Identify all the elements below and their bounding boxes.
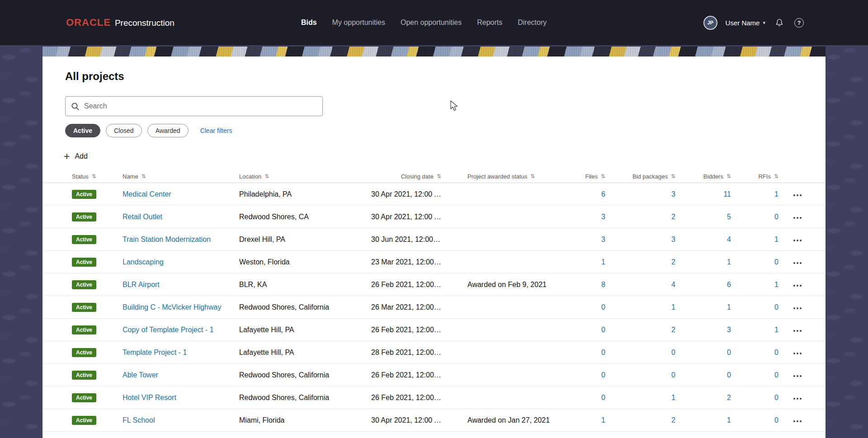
project-name-link[interactable]: Template Project - 1 [123,349,187,356]
row-actions-button[interactable] [791,214,804,221]
files-link[interactable]: 8 [601,281,605,288]
filter-chip-awarded[interactable]: Awarded [147,124,189,137]
files-link[interactable]: 0 [601,371,605,379]
bid-packages-link[interactable]: 2 [671,326,675,334]
bid-packages-link[interactable]: 1 [671,394,675,401]
filter-chip-active[interactable]: Active [65,124,100,137]
bidders-link[interactable]: 1 [727,416,731,424]
bid-packages-link[interactable]: 4 [671,281,675,288]
nav-my-opportunities[interactable]: My opportunities [332,19,385,27]
rfis-link[interactable]: 1 [774,326,778,334]
rfis-link[interactable]: 0 [774,416,778,424]
bid-packages-link[interactable]: 1 [671,303,675,311]
files-link[interactable]: 0 [601,394,605,401]
bid-packages-link[interactable]: 2 [671,213,675,221]
column-header-location[interactable]: Location⇅ [239,173,371,180]
files-link[interactable]: 0 [601,326,605,334]
rfis-link[interactable]: 1 [774,190,778,198]
project-name-link[interactable]: Building C - McVicker Highway [123,303,221,311]
rfis-link[interactable]: 0 [774,371,778,379]
row-actions-button[interactable] [791,350,804,357]
sort-icon[interactable]: ⇅ [437,173,441,179]
row-actions-button[interactable] [791,259,804,267]
rfis-link[interactable]: 0 [774,258,778,266]
project-name-link[interactable]: Hotel VIP Resort [123,394,176,401]
column-header-project-awarded-status[interactable]: Project awarded status⇅ [467,173,571,180]
bid-packages-link[interactable]: 2 [671,258,675,266]
files-link[interactable]: 0 [601,349,605,356]
sort-icon[interactable]: ⇅ [774,173,778,179]
bid-packages-link[interactable]: 0 [671,371,675,379]
add-button[interactable]: + Add [64,152,88,161]
files-link[interactable]: 1 [601,258,605,266]
bidders-link[interactable]: 2 [727,394,731,401]
row-actions-button[interactable] [791,418,804,425]
column-header-files[interactable]: Files⇅ [571,173,605,180]
notifications-button[interactable] [774,17,785,28]
project-name-link[interactable]: BLR Airport [123,281,160,288]
nav-open-opportunities[interactable]: Open opportunities [401,19,462,27]
rfis-link[interactable]: 1 [774,235,778,243]
project-name-link[interactable]: Medical Center [123,190,171,198]
bid-packages-link[interactable]: 0 [671,349,675,356]
rfis-link[interactable]: 0 [774,303,778,311]
column-header-status[interactable]: Status⇅ [72,173,123,180]
bidders-link[interactable]: 4 [727,235,731,243]
column-header-bidders[interactable]: Bidders⇅ [675,173,731,180]
project-name-link[interactable]: FL School [123,416,155,424]
row-actions-button[interactable] [791,237,804,244]
projects-table: Status⇅Name⇅Location⇅Closing date⇅Projec… [42,170,826,432]
bid-packages-link[interactable]: 3 [671,190,675,198]
sort-icon[interactable]: ⇅ [671,173,675,179]
row-actions-button[interactable] [791,192,804,199]
sort-icon[interactable]: ⇅ [142,173,146,179]
row-actions-button[interactable] [791,395,804,402]
bidders-link[interactable]: 6 [727,281,731,288]
sort-icon[interactable]: ⇅ [92,173,96,179]
bidders-link[interactable]: 0 [727,349,731,356]
files-link[interactable]: 6 [601,190,605,198]
row-actions-button[interactable] [791,305,804,312]
bidders-link[interactable]: 0 [727,371,731,379]
sort-icon[interactable]: ⇅ [530,173,535,179]
filter-chip-closed[interactable]: Closed [106,124,142,137]
project-name-link[interactable]: Retail Outlet [123,213,162,221]
bid-packages-link[interactable]: 3 [671,235,675,243]
bidders-link[interactable]: 1 [727,258,731,266]
project-name-link[interactable]: Able Tower [123,371,158,379]
bidders-link[interactable]: 11 [723,190,731,198]
nav-reports[interactable]: Reports [477,19,502,27]
files-link[interactable]: 3 [601,213,605,221]
rfis-link[interactable]: 0 [774,394,778,401]
column-header-name[interactable]: Name⇅ [123,173,239,180]
sort-icon[interactable]: ⇅ [601,173,605,179]
project-name-link[interactable]: Train Station Modernization [123,235,211,243]
row-actions-button[interactable] [791,372,804,380]
search-input[interactable] [84,102,317,110]
sort-icon[interactable]: ⇅ [264,173,269,179]
help-button[interactable]: ? [793,17,805,28]
project-name-link[interactable]: Copy of Template Project - 1 [123,326,214,334]
nav-directory[interactable]: Directory [518,19,547,27]
rfis-link[interactable]: 0 [774,349,778,356]
row-actions-button[interactable] [791,327,804,334]
nav-bids[interactable]: Bids [301,19,317,27]
rfis-link[interactable]: 0 [774,213,778,221]
column-header-rfis[interactable]: RFIs⇅ [731,173,778,180]
clear-filters-link[interactable]: Clear filters [200,127,232,134]
files-link[interactable]: 3 [601,235,605,243]
bid-packages-link[interactable]: 2 [671,416,675,424]
row-actions-button[interactable] [791,282,804,289]
files-link[interactable]: 0 [601,303,605,311]
user-menu[interactable]: User Name ▾ [726,19,765,27]
column-header-bid-packages[interactable]: Bid packages⇅ [605,173,675,180]
bidders-link[interactable]: 5 [727,213,731,221]
column-header-closing-date[interactable]: Closing date⇅ [371,173,441,180]
files-link[interactable]: 1 [601,416,605,424]
sort-icon[interactable]: ⇅ [726,173,731,179]
bidders-link[interactable]: 1 [727,303,731,311]
rfis-link[interactable]: 1 [774,281,778,288]
avatar[interactable]: JP [703,16,717,30]
bidders-link[interactable]: 3 [727,326,731,334]
project-name-link[interactable]: Landscaping [123,258,164,266]
